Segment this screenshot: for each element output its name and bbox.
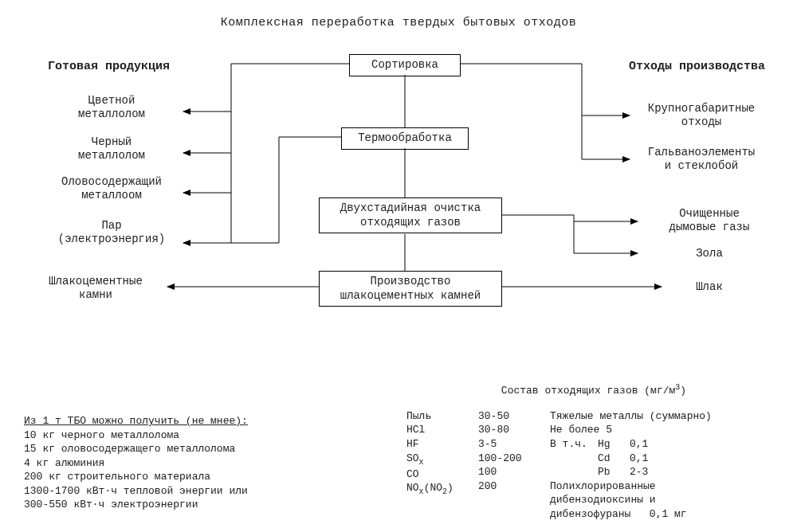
pcdd-line: дибензофураны 0,1 мг bbox=[550, 507, 781, 522]
hm-element: Pb bbox=[598, 465, 630, 479]
left-item-nonferrous: Цветной металлолом bbox=[40, 94, 183, 121]
hm-in-that: В т.ч. bbox=[550, 437, 598, 452]
right-item-galv: Гальваноэлементы и стеклобой bbox=[630, 146, 773, 173]
left-item-stones: Шлакоцементные камни bbox=[24, 275, 167, 302]
text: дымовые газы bbox=[669, 221, 750, 233]
hm-limit: Не более 5 bbox=[550, 423, 781, 437]
text: дибензофураны bbox=[550, 508, 630, 520]
gas-name: SOx bbox=[406, 452, 478, 467]
text: Крупногабаритные bbox=[648, 102, 755, 115]
gas-name: HCl bbox=[406, 423, 478, 437]
gas-name: Пыль bbox=[406, 409, 478, 424]
hm-element: Hg bbox=[598, 437, 630, 452]
yield-line: 10 кг черного металлолома bbox=[24, 429, 179, 441]
hm-label: Тяжелые металлы (суммарно) bbox=[550, 409, 781, 424]
gas-name: CO bbox=[406, 467, 478, 482]
heavy-metals-col: Тяжелые металлы (суммарно) Не более 5 В … bbox=[550, 409, 781, 521]
right-item-bulky: Крупногабаритные отходы bbox=[630, 102, 773, 129]
text: металлолом bbox=[78, 149, 145, 162]
process-box-cleaning-line1: Двухстадийная очистка bbox=[340, 201, 481, 214]
right-item-slag: Шлак bbox=[638, 280, 781, 294]
text: Шлакоцементные bbox=[49, 275, 143, 288]
page: Комплексная переработка твердых бытовых … bbox=[0, 0, 797, 532]
text: металлоом bbox=[81, 189, 142, 201]
yield-line: 200 кг строительного материала bbox=[24, 471, 210, 483]
diagram-title: Комплексная переработка твердых бытовых … bbox=[0, 16, 797, 29]
hm-value: 0,1 bbox=[630, 452, 648, 466]
process-box-slag-line2: шлакоцементных камней bbox=[340, 289, 481, 302]
process-box-slag: Производство шлакоцементных камней bbox=[319, 271, 502, 307]
text: Черный bbox=[92, 135, 132, 148]
gas-value: 100 bbox=[478, 465, 550, 479]
pcdd-line: Полихлорированные bbox=[550, 479, 781, 494]
text: (электроэнергия) bbox=[58, 233, 165, 245]
yield-line: 4 кг алюминия bbox=[24, 457, 104, 469]
gas-name: HF bbox=[406, 437, 478, 452]
left-item-tin: Оловосодержащий металлоом bbox=[40, 175, 183, 202]
right-item-ash: Зола bbox=[638, 247, 781, 260]
text: отходы bbox=[681, 115, 721, 128]
text: Пар bbox=[101, 219, 121, 232]
text: 0,1 мг bbox=[650, 508, 687, 520]
right-item-clean-gas: Очищенные дымовые газы bbox=[638, 207, 781, 234]
gas-name: NOx(NO2) bbox=[406, 481, 478, 497]
gas-names-col: Пыль HCl HF SOx CO NOx(NO2) bbox=[406, 409, 478, 521]
left-column-header: Готовая продукция bbox=[48, 60, 170, 73]
yield-block: Из 1 т ТБО можно получить (не мнее): 10 … bbox=[24, 414, 343, 512]
right-column-header: Отходы производства bbox=[629, 60, 765, 73]
hm-value: 2-3 bbox=[630, 465, 648, 479]
gas-block: Состав отходящих газов (мг/м3) Пыль HCl … bbox=[406, 382, 781, 521]
text: и стеклобой bbox=[665, 159, 738, 172]
gas-value: 200 bbox=[478, 479, 550, 494]
yield-line: 300-550 кВт·ч электроэнергии bbox=[24, 499, 198, 510]
left-item-steam: Пар (электроэнергия) bbox=[40, 219, 183, 246]
yield-header: Из 1 т ТБО можно получить (не мнее): bbox=[24, 415, 248, 427]
process-box-thermo: Термообработка bbox=[341, 127, 469, 150]
pcdd-line: дибензодиоксины и bbox=[550, 493, 781, 507]
text: Состав отходящих газов (мг/м bbox=[501, 385, 675, 397]
hm-element: Cd bbox=[598, 452, 630, 466]
text: Очищенные bbox=[679, 207, 740, 220]
gas-title: Состав отходящих газов (мг/м3) bbox=[406, 382, 781, 398]
text: ) bbox=[680, 385, 686, 397]
hm-value: 0,1 bbox=[630, 437, 648, 452]
text: Цветной bbox=[88, 94, 135, 107]
gas-value: 100-200 bbox=[478, 452, 550, 466]
gas-value: 3-5 bbox=[478, 437, 550, 452]
gas-value: 30-50 bbox=[478, 409, 550, 424]
text: Гальваноэлементы bbox=[648, 146, 755, 158]
process-box-cleaning: Двухстадийная очистка отходящих газов bbox=[319, 198, 502, 233]
text: камни bbox=[79, 288, 112, 301]
process-box-slag-line1: Производство bbox=[371, 275, 451, 288]
process-box-sort: Сортировка bbox=[349, 54, 461, 76]
yield-line: 15 кг оловосодержащего металлолома bbox=[24, 443, 235, 455]
left-item-ferrous: Черный металлолом bbox=[40, 135, 183, 162]
text: металлолом bbox=[78, 108, 145, 120]
gas-values-col: 30-50 30-80 3-5 100-200 100 200 bbox=[478, 409, 550, 521]
gas-value: 30-80 bbox=[478, 423, 550, 437]
text: Оловосодержащий bbox=[61, 175, 162, 188]
process-box-cleaning-line2: отходящих газов bbox=[360, 216, 461, 229]
yield-line: 1300-1700 кВт·ч тепловой энергии или bbox=[24, 485, 248, 497]
